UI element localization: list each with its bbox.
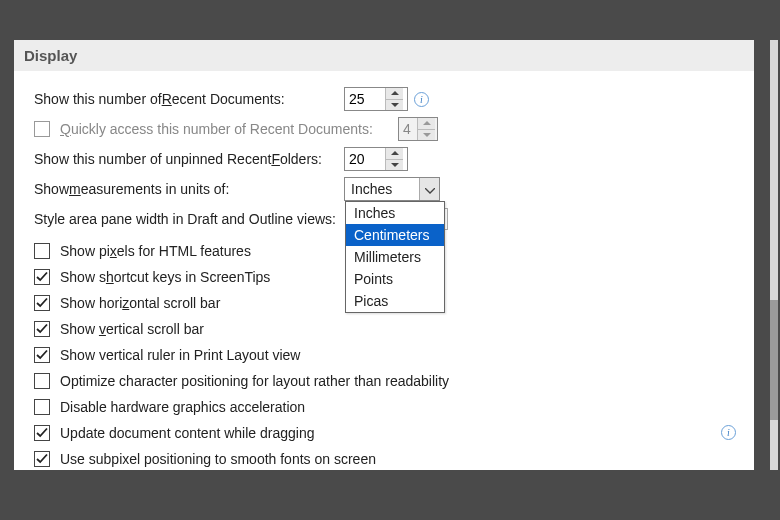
dropdown-option[interactable]: Millimeters <box>346 246 444 268</box>
dropdown-option[interactable]: Inches <box>346 202 444 224</box>
spin-up-recent-folders[interactable] <box>386 148 403 160</box>
row-quick-access: Quickly access this number of Recent Doc… <box>34 115 736 143</box>
combo-measurement-units[interactable]: Inches InchesCentimetersMillimetersPoint… <box>344 177 440 201</box>
label-disable-hardware-accel: Disable hardware graphics acceleration <box>60 399 736 415</box>
combo-value: Inches <box>345 181 419 197</box>
chevron-down-icon <box>425 181 435 197</box>
row-disable-hardware-accel: Disable hardware graphics acceleration <box>34 394 736 419</box>
checkbox-update-while-dragging[interactable] <box>34 425 50 441</box>
spin-up-recent-documents[interactable] <box>386 88 403 100</box>
label-recent-documents: Show this number of Recent Documents: <box>34 91 342 107</box>
info-icon[interactable]: i <box>721 425 736 440</box>
dropdown-option[interactable]: Picas <box>346 290 444 312</box>
checkbox-vertical-ruler[interactable] <box>34 347 50 363</box>
label-quick-access: Quickly access this number of Recent Doc… <box>34 121 396 137</box>
checkbox-horizontal-scroll[interactable] <box>34 295 50 311</box>
checkbox-optimize-positioning[interactable] <box>34 373 50 389</box>
display-options-panel: Display Show this number of Recent Docum… <box>14 40 754 470</box>
row-optimize-positioning: Optimize character positioning for layou… <box>34 368 736 393</box>
input-recent-documents[interactable] <box>345 88 385 110</box>
label-subpixel-positioning: Use subpixel positioning to smooth fonts… <box>60 451 736 467</box>
label-optimize-positioning: Optimize character positioning for layou… <box>60 373 736 389</box>
checkbox-vertical-scroll[interactable] <box>34 321 50 337</box>
label-vertical-ruler: Show vertical ruler in Print Layout view <box>60 347 736 363</box>
spin-quick-access <box>398 117 438 141</box>
label-measurement-units: Show measurements in units of: <box>34 181 342 197</box>
input-quick-access <box>399 118 417 140</box>
spin-up-quick-access <box>418 118 435 130</box>
row-subpixel-positioning: Use subpixel positioning to smooth fonts… <box>34 446 736 471</box>
row-measurement-units: Show measurements in units of: Inches In… <box>34 175 736 203</box>
label-update-while-dragging: Update document content while dragging <box>60 425 715 441</box>
info-icon[interactable]: i <box>414 92 429 107</box>
row-update-while-dragging: Update document content while draggingi <box>34 420 736 445</box>
section-header: Display <box>14 40 754 71</box>
checkbox-shortcut-keys[interactable] <box>34 269 50 285</box>
checkbox-subpixel-positioning[interactable] <box>34 451 50 467</box>
dropdown-option[interactable]: Centimeters <box>346 224 444 246</box>
section-content: Show this number of Recent Documents: i … <box>14 71 754 471</box>
row-vertical-scroll: Show vertical scroll bar <box>34 316 736 341</box>
spin-recent-documents[interactable] <box>344 87 408 111</box>
checkbox-disable-hardware-accel[interactable] <box>34 399 50 415</box>
spin-recent-folders[interactable] <box>344 147 408 171</box>
spin-down-recent-documents[interactable] <box>386 100 403 111</box>
dropdown-measurement-units[interactable]: InchesCentimetersMillimetersPointsPicas <box>345 201 445 313</box>
row-vertical-ruler: Show vertical ruler in Print Layout view <box>34 342 736 367</box>
checkbox-quick-access[interactable] <box>34 121 50 137</box>
label-recent-folders: Show this number of unpinned Recent Fold… <box>34 151 342 167</box>
spin-down-quick-access <box>418 130 435 141</box>
combo-button[interactable] <box>419 178 439 200</box>
window-scrollbar-track[interactable] <box>770 40 778 470</box>
label-vertical-scroll: Show vertical scroll bar <box>60 321 736 337</box>
input-recent-folders[interactable] <box>345 148 385 170</box>
row-recent-documents: Show this number of Recent Documents: i <box>34 85 736 113</box>
row-recent-folders: Show this number of unpinned Recent Fold… <box>34 145 736 173</box>
window-scrollbar-thumb[interactable] <box>770 300 778 420</box>
spin-down-recent-folders[interactable] <box>386 160 403 171</box>
checkbox-pixels-html[interactable] <box>34 243 50 259</box>
dropdown-option[interactable]: Points <box>346 268 444 290</box>
label-style-area-width: Style area pane width in Draft and Outli… <box>34 211 336 227</box>
